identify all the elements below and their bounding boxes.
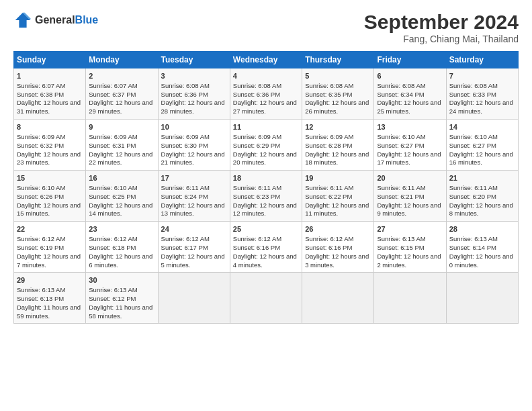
sunset-text: Sunset: 6:16 PM: [305, 244, 352, 251]
day-number: 27: [377, 224, 443, 234]
day-number: 8: [17, 122, 83, 132]
calendar-cell: 8Sunrise: 6:09 AMSunset: 6:32 PMDaylight…: [14, 120, 86, 171]
day-number: 24: [161, 224, 227, 234]
day-number: 13: [377, 122, 443, 132]
sunset-text: Sunset: 6:30 PM: [161, 142, 208, 149]
location: Fang, Chiang Mai, Thailand: [364, 34, 519, 44]
month-title: September 2024: [364, 11, 519, 34]
day-number: 12: [305, 122, 371, 132]
sunrise-text: Sunrise: 6:08 AM: [305, 82, 353, 89]
sunset-text: Sunset: 6:13 PM: [17, 295, 64, 302]
sunrise-text: Sunrise: 6:13 AM: [449, 235, 498, 242]
calendar-cell: 3Sunrise: 6:08 AMSunset: 6:36 PMDaylight…: [158, 68, 230, 120]
sunrise-text: Sunrise: 6:10 AM: [377, 133, 425, 140]
sunrise-text: Sunrise: 6:09 AM: [161, 133, 210, 140]
day-number: 10: [161, 122, 227, 132]
calendar-cell: 2Sunrise: 6:07 AMSunset: 6:37 PMDaylight…: [86, 68, 158, 120]
sunset-text: Sunset: 6:15 PM: [377, 244, 424, 251]
day-number: 17: [161, 173, 227, 183]
day-number: 2: [89, 71, 154, 81]
daylight-text: Daylight: 12 hours and 31 minutes.: [17, 99, 81, 115]
sunrise-text: Sunrise: 6:12 AM: [89, 235, 137, 242]
daylight-text: Daylight: 12 hours and 2 minutes.: [377, 253, 441, 269]
calendar-cell: [302, 273, 374, 324]
header: GeneralBlue September 2024 Fang, Chiang …: [13, 11, 519, 44]
col-wednesday: Wednesday: [230, 52, 302, 68]
sunset-text: Sunset: 6:24 PM: [161, 193, 208, 200]
sunset-text: Sunset: 6:22 PM: [305, 193, 352, 200]
calendar-cell: 12Sunrise: 6:09 AMSunset: 6:28 PMDayligh…: [302, 120, 374, 171]
day-number: 28: [449, 224, 515, 234]
sunrise-text: Sunrise: 6:13 AM: [17, 286, 65, 293]
calendar-cell: 5Sunrise: 6:08 AMSunset: 6:35 PMDaylight…: [302, 68, 374, 120]
sunrise-text: Sunrise: 6:08 AM: [233, 82, 281, 89]
sunset-text: Sunset: 6:18 PM: [89, 244, 136, 251]
calendar-cell: 25Sunrise: 6:12 AMSunset: 6:16 PMDayligh…: [230, 222, 302, 273]
daylight-text: Daylight: 12 hours and 27 minutes.: [233, 99, 297, 115]
day-number: 22: [17, 224, 83, 234]
calendar-cell: 6Sunrise: 6:08 AMSunset: 6:34 PMDaylight…: [374, 68, 446, 120]
sunset-text: Sunset: 6:32 PM: [17, 142, 64, 149]
sunrise-text: Sunrise: 6:10 AM: [449, 133, 498, 140]
day-number: 7: [449, 71, 515, 81]
calendar-cell: 11Sunrise: 6:09 AMSunset: 6:29 PMDayligh…: [230, 120, 302, 171]
sunrise-text: Sunrise: 6:09 AM: [17, 133, 65, 140]
col-monday: Monday: [86, 52, 158, 68]
sunset-text: Sunset: 6:23 PM: [233, 193, 280, 200]
daylight-text: Daylight: 12 hours and 0 minutes.: [449, 253, 513, 269]
title-block: September 2024 Fang, Chiang Mai, Thailan…: [364, 11, 519, 44]
calendar-cell: 29Sunrise: 6:13 AMSunset: 6:13 PMDayligh…: [14, 273, 86, 324]
calendar-body: 1Sunrise: 6:07 AMSunset: 6:38 PMDaylight…: [14, 68, 519, 324]
day-number: 1: [17, 71, 83, 81]
col-friday: Friday: [374, 52, 446, 68]
day-number: 14: [449, 122, 515, 132]
sunrise-text: Sunrise: 6:10 AM: [89, 184, 137, 191]
day-number: 4: [233, 71, 299, 81]
sunset-text: Sunset: 6:37 PM: [89, 91, 136, 98]
sunset-text: Sunset: 6:34 PM: [377, 91, 424, 98]
calendar-cell: 23Sunrise: 6:12 AMSunset: 6:18 PMDayligh…: [86, 222, 158, 273]
sunrise-text: Sunrise: 6:12 AM: [305, 235, 353, 242]
daylight-text: Daylight: 12 hours and 17 minutes.: [377, 150, 441, 167]
day-number: 30: [89, 275, 154, 285]
calendar-cell: 9Sunrise: 6:09 AMSunset: 6:31 PMDaylight…: [86, 120, 158, 171]
daylight-text: Daylight: 12 hours and 15 minutes.: [17, 201, 81, 218]
sunrise-text: Sunrise: 6:11 AM: [161, 184, 210, 191]
day-number: 11: [233, 122, 299, 132]
day-number: 5: [305, 71, 371, 81]
daylight-text: Daylight: 12 hours and 20 minutes.: [233, 150, 297, 167]
day-number: 23: [89, 224, 154, 234]
daylight-text: Daylight: 12 hours and 21 minutes.: [161, 150, 225, 167]
logo-icon: [13, 11, 32, 30]
calendar-cell: 30Sunrise: 6:13 AMSunset: 6:12 PMDayligh…: [86, 273, 158, 324]
sunset-text: Sunset: 6:27 PM: [449, 142, 496, 149]
sunrise-text: Sunrise: 6:11 AM: [377, 184, 425, 191]
sunrise-text: Sunrise: 6:09 AM: [233, 133, 281, 140]
logo: GeneralBlue: [13, 11, 98, 30]
daylight-text: Daylight: 12 hours and 13 minutes.: [161, 201, 225, 218]
daylight-text: Daylight: 11 hours and 59 minutes.: [17, 304, 81, 320]
calendar-table: Sunday Monday Tuesday Wednesday Thursday…: [13, 51, 519, 324]
sunset-text: Sunset: 6:35 PM: [305, 91, 352, 98]
sunset-text: Sunset: 6:20 PM: [449, 193, 496, 200]
daylight-text: Daylight: 12 hours and 4 minutes.: [233, 253, 297, 269]
col-sunday: Sunday: [14, 52, 86, 68]
calendar-cell: 1Sunrise: 6:07 AMSunset: 6:38 PMDaylight…: [14, 68, 86, 120]
sunrise-text: Sunrise: 6:13 AM: [377, 235, 425, 242]
sunrise-text: Sunrise: 6:12 AM: [233, 235, 281, 242]
calendar-week-row: 22Sunrise: 6:12 AMSunset: 6:19 PMDayligh…: [14, 222, 519, 273]
sunrise-text: Sunrise: 6:09 AM: [305, 133, 353, 140]
day-number: 15: [17, 173, 83, 183]
calendar-cell: 4Sunrise: 6:08 AMSunset: 6:36 PMDaylight…: [230, 68, 302, 120]
day-number: 29: [17, 275, 83, 285]
sunrise-text: Sunrise: 6:07 AM: [17, 82, 65, 89]
daylight-text: Daylight: 12 hours and 7 minutes.: [17, 253, 81, 269]
daylight-text: Daylight: 12 hours and 3 minutes.: [305, 253, 369, 269]
daylight-text: Daylight: 12 hours and 29 minutes.: [89, 99, 152, 115]
sunrise-text: Sunrise: 6:08 AM: [377, 82, 425, 89]
sunset-text: Sunset: 6:38 PM: [17, 91, 64, 98]
calendar-week-row: 8Sunrise: 6:09 AMSunset: 6:32 PMDaylight…: [14, 120, 519, 171]
daylight-text: Daylight: 12 hours and 12 minutes.: [233, 201, 297, 218]
calendar-cell: 21Sunrise: 6:11 AMSunset: 6:20 PMDayligh…: [446, 171, 518, 222]
calendar-cell: [158, 273, 230, 324]
